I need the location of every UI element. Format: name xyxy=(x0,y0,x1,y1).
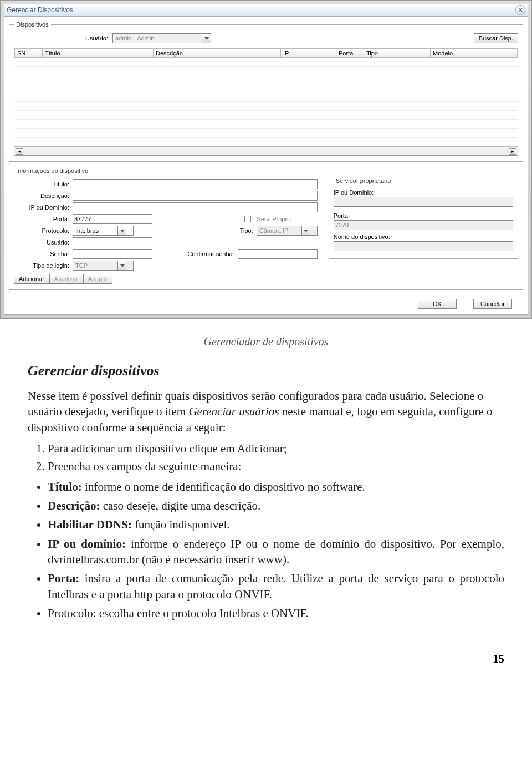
senha-label: Senha: xyxy=(14,251,69,257)
descricao-label: Descrição: xyxy=(14,192,69,199)
col-titulo[interactable]: Título xyxy=(43,49,154,58)
list-item: Protocolo: escolha entre o protocolo Int… xyxy=(48,605,504,621)
server-nome-label: Nome do dispositivo: xyxy=(334,233,513,240)
horizontal-scrollbar[interactable]: ◂ ▸ xyxy=(14,146,518,155)
table-row[interactable] xyxy=(15,84,518,93)
tipo-login-label: Tipo de login: xyxy=(14,262,69,269)
figure-caption: Gerenciador de dispositivos xyxy=(28,335,504,348)
server-nome-input[interactable] xyxy=(334,241,513,251)
col-porta[interactable]: Porta xyxy=(336,49,364,58)
ok-button[interactable]: OK xyxy=(418,299,457,309)
confirmar-senha-label: Confirmar senha: xyxy=(173,251,234,257)
table-header-row: SN Título Descrição IP Porta Tipo Modelo xyxy=(15,49,518,58)
steps-list: Para adicionar um dispositivo clique em … xyxy=(48,441,504,475)
table-row[interactable] xyxy=(15,120,518,129)
adicionar-button[interactable]: Adicionar xyxy=(14,274,49,284)
titulo-label: Título: xyxy=(14,181,69,187)
tipo-select[interactable]: Câmera IP xyxy=(257,226,318,236)
col-tipo[interactable]: Tipo xyxy=(364,49,431,58)
tipo-login-select[interactable]: TCP xyxy=(73,261,134,271)
scroll-left-icon[interactable]: ◂ xyxy=(16,148,23,155)
col-modelo[interactable]: Modelo xyxy=(431,49,518,58)
list-item: Descrição: caso deseje, digite uma descr… xyxy=(48,498,504,513)
usuario-label: Usuário: xyxy=(14,239,69,246)
porta-input[interactable] xyxy=(73,214,152,224)
table-row[interactable] xyxy=(15,67,518,75)
list-item: Título: informe o nome de identificação … xyxy=(48,479,504,495)
search-devices-button[interactable]: Buscar Disp. xyxy=(474,33,518,43)
document-body: Gerenciador de dispositivos Gerenciar di… xyxy=(0,319,532,635)
server-porta-input[interactable] xyxy=(334,220,513,230)
server-owner-fieldset: Servidor proprietário IP ou Domínio: Por… xyxy=(329,177,518,259)
porta-label: Porta: xyxy=(14,216,69,222)
bullet-list: Título: informe o nome de identificação … xyxy=(48,479,504,622)
intro-paragraph: Nesse item é possível definir quais disp… xyxy=(28,388,504,435)
device-info-fieldset: Informações do dispositivo Título: Descr… xyxy=(9,167,523,290)
usuario-input[interactable] xyxy=(73,237,152,247)
table-row[interactable] xyxy=(15,75,518,84)
table-row[interactable] xyxy=(15,102,518,111)
ip-dominio-label: IP ou Domínio: xyxy=(14,204,69,211)
section-heading: Gerenciar dispositivos xyxy=(28,363,504,379)
server-ip-input[interactable] xyxy=(334,197,513,207)
server-ip-label: IP ou Domínio: xyxy=(334,189,513,196)
cancel-button[interactable]: Cancelar xyxy=(473,299,512,309)
close-icon[interactable]: ✕ xyxy=(515,5,525,15)
user-select[interactable]: admin - Admin xyxy=(112,33,211,43)
page-number: 15 xyxy=(0,635,532,677)
chevron-down-icon xyxy=(202,34,211,43)
chevron-down-icon xyxy=(301,226,310,235)
list-item: Preencha os campos da seguinte maneira: xyxy=(48,459,504,474)
protocolo-label: Protocolo: xyxy=(14,227,69,234)
list-item: Porta: insira a porta de comunicação pel… xyxy=(48,571,504,602)
devices-legend: Dispositivos xyxy=(14,21,51,28)
table-row[interactable] xyxy=(15,129,518,138)
window-title: Gerenciar Dispositivos xyxy=(7,6,73,14)
protocolo-select[interactable]: Intelbras xyxy=(73,226,134,236)
table-row[interactable] xyxy=(15,138,518,146)
confirmar-senha-input[interactable] xyxy=(238,249,318,259)
server-owner-legend: Servidor proprietário xyxy=(334,177,393,184)
user-label: Usuário: xyxy=(14,35,108,42)
devices-table: SN Título Descrição IP Porta Tipo Modelo xyxy=(14,48,518,156)
col-ip[interactable]: IP xyxy=(281,49,336,58)
server-porta-label: Porta: xyxy=(334,212,513,219)
titulo-input[interactable] xyxy=(73,179,318,189)
chevron-down-icon xyxy=(117,261,126,270)
atualizar-button[interactable]: Atualizar xyxy=(49,274,83,284)
table-row[interactable] xyxy=(15,111,518,120)
table-row[interactable] xyxy=(15,93,518,102)
chevron-down-icon xyxy=(117,226,126,235)
serv-proprio-checkbox[interactable] xyxy=(244,216,251,222)
tipo-label: Tipo: xyxy=(231,227,253,234)
senha-input[interactable] xyxy=(73,249,152,259)
device-info-legend: Informações do dispositivo xyxy=(14,167,90,174)
list-item: Habilitar DDNS: função indisponível. xyxy=(48,517,504,532)
table-row[interactable] xyxy=(15,58,518,67)
col-descricao[interactable]: Descrição xyxy=(154,49,281,58)
list-item: IP ou domínio: informe o endereço IP ou … xyxy=(48,536,504,568)
serv-proprio-label: Serv. Próprio xyxy=(257,216,291,222)
devices-fieldset: Dispositivos Usuário: admin - Admin Busc… xyxy=(9,21,523,162)
col-sn[interactable]: SN xyxy=(15,49,43,58)
ip-dominio-input[interactable] xyxy=(73,202,318,212)
descricao-input[interactable] xyxy=(73,191,318,201)
scroll-right-icon[interactable]: ▸ xyxy=(509,148,516,155)
list-item: Para adicionar um dispositivo clique em … xyxy=(48,441,504,456)
apagar-button[interactable]: Apagar xyxy=(83,274,112,284)
titlebar: Gerenciar Dispositivos ✕ xyxy=(4,4,528,16)
app-window: Gerenciar Dispositivos ✕ Dispositivos Us… xyxy=(0,0,532,319)
